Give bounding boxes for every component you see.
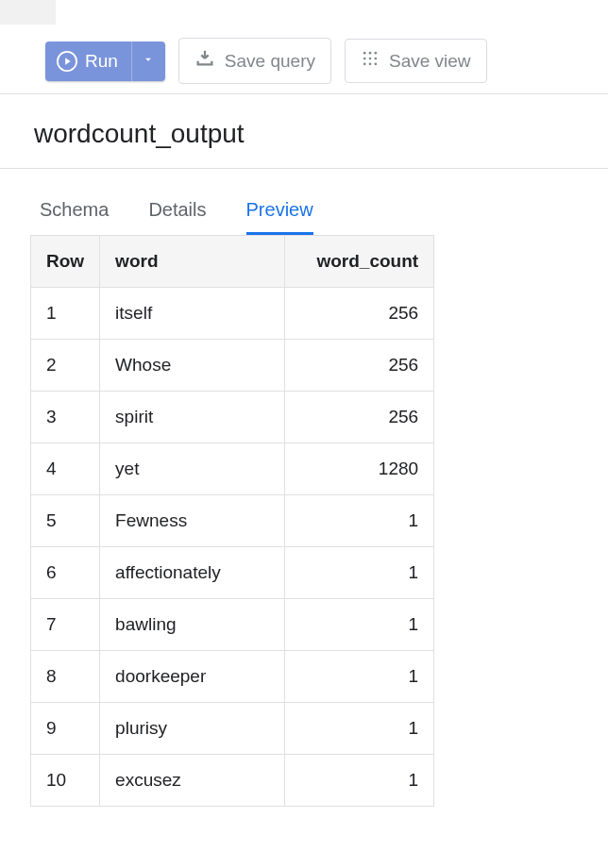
caret-down-icon bbox=[142, 53, 155, 69]
tab-preview[interactable]: Preview bbox=[246, 199, 313, 235]
cell-word: itself bbox=[100, 288, 285, 340]
cell-word-count: 256 bbox=[285, 392, 434, 443]
save-view-button[interactable]: Save view bbox=[345, 39, 487, 83]
svg-point-5 bbox=[369, 58, 372, 60]
cell-word: Whose bbox=[100, 340, 285, 392]
cell-word-count: 256 bbox=[285, 288, 434, 340]
cell-row-index: 7 bbox=[31, 599, 100, 651]
svg-point-8 bbox=[369, 63, 372, 66]
run-button-group: Run bbox=[45, 42, 165, 81]
save-query-button[interactable]: Save query bbox=[178, 38, 331, 84]
cell-row-index: 2 bbox=[31, 340, 100, 392]
run-dropdown-button[interactable] bbox=[131, 42, 165, 81]
table-row: 8doorkeeper1 bbox=[31, 651, 434, 703]
svg-point-1 bbox=[363, 52, 366, 55]
cell-word: Fewness bbox=[100, 495, 285, 547]
cell-word: plurisy bbox=[100, 703, 285, 755]
save-view-label: Save view bbox=[389, 51, 471, 72]
table-row: 1itself256 bbox=[31, 288, 434, 340]
page-title: wordcount_output bbox=[0, 94, 608, 169]
play-icon bbox=[57, 51, 77, 72]
cell-row-index: 9 bbox=[31, 703, 100, 755]
header-wordcount: word_count bbox=[285, 236, 434, 288]
grid-icon bbox=[361, 49, 380, 73]
cell-word: yet bbox=[100, 443, 285, 495]
table-row: 10excusez1 bbox=[31, 755, 434, 807]
tabs-row: SchemaDetailsPreview bbox=[0, 169, 608, 235]
cell-row-index: 6 bbox=[31, 547, 100, 599]
cell-row-index: 3 bbox=[31, 392, 100, 443]
svg-point-4 bbox=[363, 58, 366, 60]
svg-point-9 bbox=[374, 63, 377, 66]
table-row: 9plurisy1 bbox=[31, 703, 434, 755]
cell-word-count: 1 bbox=[285, 755, 434, 807]
table-row: 4yet1280 bbox=[31, 443, 434, 495]
tab-details[interactable]: Details bbox=[148, 199, 206, 235]
cell-word: bawling bbox=[100, 599, 285, 651]
svg-point-2 bbox=[369, 52, 372, 55]
cell-row-index: 10 bbox=[31, 755, 100, 807]
cell-word: excusez bbox=[100, 755, 285, 807]
run-button[interactable]: Run bbox=[45, 42, 131, 81]
table-row: 6affectionately1 bbox=[31, 547, 434, 599]
cell-word: affectionately bbox=[100, 547, 285, 599]
preview-table: Row word word_count 1itself2562Whose2563… bbox=[30, 235, 434, 807]
table-row: 3spirit256 bbox=[31, 392, 434, 443]
table-row: 2Whose256 bbox=[31, 340, 434, 392]
table-row: 7bawling1 bbox=[31, 599, 434, 651]
editor-tab[interactable] bbox=[0, 0, 57, 25]
header-row: Row bbox=[31, 236, 100, 288]
cell-word-count: 256 bbox=[285, 340, 434, 392]
cell-word-count: 1 bbox=[285, 599, 434, 651]
cell-word-count: 1 bbox=[285, 703, 434, 755]
table-header-row: Row word word_count bbox=[31, 236, 434, 288]
cell-word-count: 1 bbox=[285, 651, 434, 703]
svg-point-3 bbox=[374, 52, 377, 55]
cell-word: spirit bbox=[100, 392, 285, 443]
editor-tabs-strip bbox=[0, 0, 608, 25]
cell-row-index: 5 bbox=[31, 495, 100, 547]
run-button-label: Run bbox=[85, 51, 118, 72]
cell-word-count: 1280 bbox=[285, 443, 434, 495]
download-icon bbox=[194, 48, 215, 74]
svg-point-6 bbox=[374, 58, 377, 60]
save-query-label: Save query bbox=[225, 51, 315, 72]
cell-row-index: 8 bbox=[31, 651, 100, 703]
cell-word-count: 1 bbox=[285, 495, 434, 547]
cell-word: doorkeeper bbox=[100, 651, 285, 703]
cell-row-index: 1 bbox=[31, 288, 100, 340]
svg-point-7 bbox=[363, 63, 366, 66]
toolbar: Run Save query Save view bbox=[0, 25, 608, 94]
table-row: 5Fewness1 bbox=[31, 495, 434, 547]
cell-row-index: 4 bbox=[31, 443, 100, 495]
cell-word-count: 1 bbox=[285, 547, 434, 599]
header-word: word bbox=[100, 236, 285, 288]
tab-schema[interactable]: Schema bbox=[40, 199, 109, 235]
